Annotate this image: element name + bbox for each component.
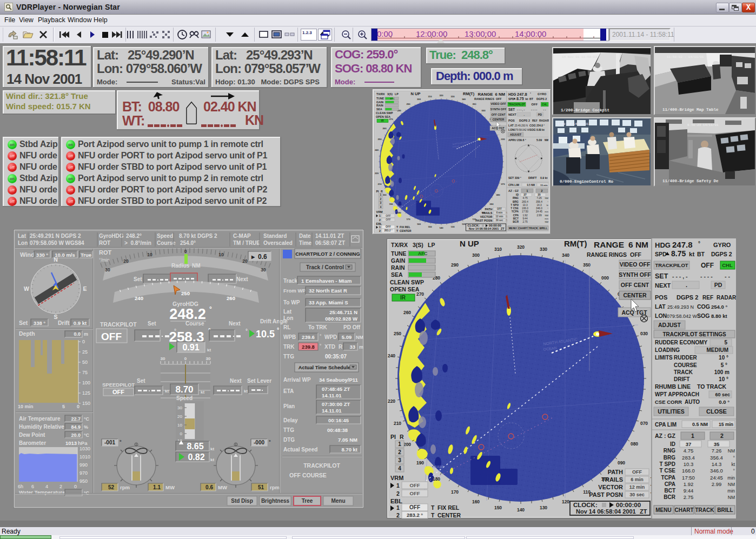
svg-text:14.11.01: 14.11.01 bbox=[322, 408, 342, 414]
svg-text:5.09: 5.09 bbox=[536, 138, 542, 142]
svg-text:WPD: WPD bbox=[324, 334, 337, 340]
svg-text:Course: Course bbox=[157, 240, 176, 246]
svg-text:°: ° bbox=[269, 439, 271, 444]
svg-text:SET 339 °: SET 339 ° bbox=[508, 176, 521, 179]
svg-text:Menu: Menu bbox=[331, 498, 345, 504]
svg-text:1 Eemshaven - MIam: 1 Eemshaven - MIam bbox=[301, 278, 352, 284]
svg-text:kt: kt bbox=[207, 348, 211, 352]
svg-text:0: 0 bbox=[74, 484, 77, 489]
svg-text:Tree: Tree bbox=[302, 498, 313, 504]
svg-text:4: 4 bbox=[45, 484, 48, 489]
svg-text:20: 20 bbox=[242, 258, 248, 264]
svg-text:APRU 239.6 °: APRU 239.6 ° bbox=[508, 138, 526, 142]
svg-text:Speed: Speed bbox=[157, 233, 173, 239]
svg-text:kt: kt bbox=[201, 390, 204, 395]
svg-text:N: N bbox=[54, 256, 58, 263]
svg-text:100: 100 bbox=[82, 380, 90, 385]
svg-text:From WP: From WP bbox=[283, 288, 306, 294]
svg-text:To TRK: To TRK bbox=[308, 324, 328, 330]
svg-text:GyroHDG: GyroHDG bbox=[99, 233, 124, 239]
svg-text:C-MAP: C-MAP bbox=[233, 233, 251, 239]
svg-text:34 Seabuoy/P11: 34 Seabuoy/P11 bbox=[319, 377, 359, 383]
svg-text:0.82: 0.82 bbox=[188, 453, 204, 462]
svg-text:Air Temperature: Air Temperature bbox=[19, 416, 61, 422]
svg-text:Course: Course bbox=[185, 321, 204, 327]
svg-text:06:58:07 ZT: 06:58:07 ZT bbox=[315, 240, 345, 246]
svg-text:kt: kt bbox=[210, 447, 214, 451]
svg-text:14.11.01 ZT: 14.11.01 ZT bbox=[315, 233, 344, 239]
svg-text:51: 51 bbox=[258, 484, 264, 490]
svg-text:NM: NM bbox=[356, 335, 363, 340]
svg-text:0: 0 bbox=[184, 249, 187, 254]
svg-text:20.0: 20.0 bbox=[71, 432, 81, 438]
svg-text:XTD: XTD bbox=[324, 344, 335, 350]
svg-text:6: 6 bbox=[31, 484, 34, 489]
svg-text:25:49.291 N DGPS 2: 25:49.291 N DGPS 2 bbox=[30, 233, 81, 239]
svg-text:Lon: Lon bbox=[18, 240, 28, 246]
svg-text:1/200-Bridge Cockpit: 1/200-Bridge Cockpit bbox=[561, 108, 609, 112]
svg-text:6h: 6h bbox=[18, 484, 23, 489]
svg-text:6:58:23 14/11/01: 6:58:23 14/11/01 bbox=[558, 122, 589, 126]
svg-text:PD Off: PD Off bbox=[343, 324, 361, 330]
svg-text:248.2°: 248.2° bbox=[126, 233, 142, 239]
svg-text:Radius: Radius bbox=[171, 263, 190, 269]
svg-text:30: 30 bbox=[105, 267, 110, 272]
svg-text:25: 25 bbox=[82, 349, 88, 355]
svg-text:32 North East R: 32 North East R bbox=[309, 288, 347, 294]
svg-text:248.2: 248.2 bbox=[169, 306, 206, 322]
svg-text:Drift: Drift bbox=[58, 320, 70, 326]
svg-text:0.6: 0.6 bbox=[205, 484, 213, 490]
svg-text:°: ° bbox=[277, 327, 279, 333]
svg-text:TRACKPILOT: TRACKPILOT bbox=[508, 103, 525, 106]
svg-text:079:58.050 W WGS84: 079:58.050 W WGS84 bbox=[30, 240, 84, 246]
svg-text:10.0 m/s: 10.0 m/s bbox=[55, 252, 75, 258]
svg-text:-001: -001 bbox=[104, 440, 115, 445]
svg-text:239.8: 239.8 bbox=[302, 344, 315, 350]
svg-text:260: 260 bbox=[227, 295, 235, 301]
svg-text:TRK: TRK bbox=[283, 344, 295, 350]
svg-text:84.9: 84.9 bbox=[71, 424, 81, 430]
svg-text:Humidity Relative: Humidity Relative bbox=[19, 424, 64, 430]
svg-text:Set: Set bbox=[137, 378, 145, 384]
svg-text:S: S bbox=[54, 314, 57, 320]
svg-text:Std Disp: Std Disp bbox=[231, 498, 253, 504]
svg-text:1013: 1013 bbox=[65, 440, 77, 446]
svg-text:> 0.8°/min: > 0.8°/min bbox=[124, 240, 151, 246]
svg-text:240: 240 bbox=[135, 295, 143, 301]
svg-text:RL: RL bbox=[283, 324, 290, 330]
svg-text:°: ° bbox=[246, 328, 248, 334]
svg-text:Speed: Speed bbox=[176, 395, 193, 401]
svg-text:Overscaled: Overscaled bbox=[263, 240, 293, 246]
svg-text:°C: °C bbox=[84, 416, 90, 422]
svg-text:30: 30 bbox=[161, 356, 165, 361]
svg-text:11:58:02 - 14/11/01: 11:58:02 - 14/11/01 bbox=[667, 55, 704, 59]
svg-text:30: 30 bbox=[177, 405, 182, 410]
svg-text:kt: kt bbox=[244, 389, 248, 394]
svg-text:0.0: 0.0 bbox=[74, 331, 81, 337]
svg-text:°/min: °/min bbox=[99, 257, 110, 263]
svg-text:20: 20 bbox=[177, 414, 182, 419]
svg-text:Lon: Lon bbox=[283, 315, 293, 321]
svg-text:33 App. Miami S: 33 App. Miami S bbox=[309, 300, 348, 305]
svg-text:Time: Time bbox=[299, 240, 312, 246]
svg-text:°: ° bbox=[320, 334, 321, 338]
svg-text:Arrival WP: Arrival WP bbox=[283, 377, 311, 383]
svg-text:0: 0 bbox=[180, 431, 183, 436]
svg-text:kt: kt bbox=[165, 389, 169, 394]
svg-text:0: 0 bbox=[77, 404, 79, 409]
svg-text:ROT: ROT bbox=[99, 249, 112, 256]
svg-text:TRACKPILOT: TRACKPILOT bbox=[100, 321, 137, 328]
svg-text:00:16:45: 00:16:45 bbox=[328, 417, 349, 423]
svg-text:7.05 NM: 7.05 NM bbox=[338, 437, 357, 443]
svg-text:5.09: 5.09 bbox=[342, 334, 352, 340]
svg-text:Track / Control: Track / Control bbox=[306, 264, 344, 270]
svg-text:True: True bbox=[81, 252, 91, 258]
svg-text:Next: Next bbox=[229, 321, 241, 327]
svg-text:22.7: 22.7 bbox=[71, 416, 81, 422]
svg-text:0: 0 bbox=[184, 356, 187, 361]
svg-text:10: 10 bbox=[177, 423, 182, 428]
svg-text:6:58:23 14/11/01: 6:58:23 14/11/01 bbox=[687, 123, 719, 127]
svg-text:25:46.711 N: 25:46.711 N bbox=[329, 309, 357, 315]
svg-text:10 min: 10 min bbox=[18, 404, 34, 409]
svg-text:Date: Date bbox=[299, 233, 311, 239]
